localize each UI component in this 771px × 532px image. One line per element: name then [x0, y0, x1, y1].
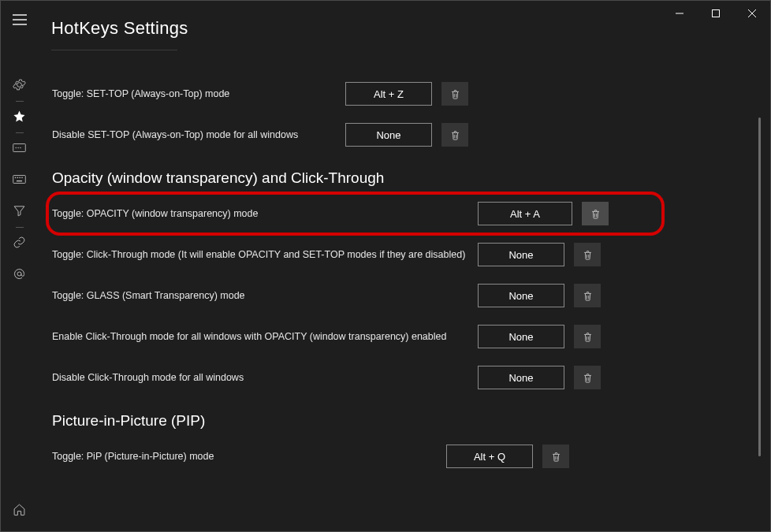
section-opacity: Toggle: OPACITY (window transparency) mo… — [52, 193, 747, 398]
hotkey-row: Toggle: PiP (Picture-in-Picture) mode Al… — [52, 436, 747, 477]
hotkey-row: Disable SET-TOP (Always-on-Top) mode for… — [52, 114, 747, 155]
maximize-button[interactable] — [698, 1, 734, 26]
svg-rect-7 — [13, 143, 26, 151]
filter-icon — [13, 204, 26, 218]
hotkey-button[interactable]: None — [478, 284, 564, 307]
scrollbar[interactable] — [758, 117, 761, 456]
card-icon — [13, 141, 26, 154]
svg-point-17 — [17, 272, 21, 276]
trash-icon — [449, 87, 461, 101]
svg-rect-13 — [17, 177, 18, 177]
hotkey-label: Toggle: Click-Through mode (It will enab… — [52, 249, 465, 260]
trash-icon — [582, 289, 594, 303]
hotkey-button[interactable]: None — [345, 123, 432, 147]
hotkey-label: Enable Click-Through mode for all window… — [52, 331, 446, 342]
svg-point-8 — [16, 147, 17, 147]
hotkey-row: Enable Click-Through mode for all window… — [52, 316, 747, 357]
trash-icon — [582, 248, 594, 262]
minimize-icon — [676, 9, 683, 17]
svg-rect-15 — [21, 177, 22, 177]
gear-icon — [13, 78, 26, 91]
delete-button[interactable] — [582, 202, 609, 225]
sidebar-item-keyboard[interactable] — [1, 163, 38, 195]
hotkey-button[interactable]: None — [478, 325, 564, 348]
svg-rect-16 — [17, 180, 22, 180]
trash-icon — [590, 207, 602, 221]
hotkey-row: Toggle: GLASS (Smart Transparency) mode … — [52, 275, 747, 316]
hotkey-label: Toggle: GLASS (Smart Transparency) mode — [52, 290, 245, 301]
hotkey-row: Toggle: OPACITY (window transparency) mo… — [52, 193, 747, 234]
trash-icon — [449, 128, 461, 142]
svg-point-9 — [17, 147, 18, 147]
svg-point-10 — [20, 147, 20, 147]
hamburger-icon — [13, 14, 27, 25]
section-title-opacity: Opacity (window transparency) and Click-… — [52, 169, 747, 187]
svg-rect-11 — [13, 175, 26, 183]
svg-rect-14 — [20, 177, 20, 177]
hotkey-button[interactable]: Alt + A — [478, 202, 572, 225]
trash-icon — [550, 450, 562, 463]
keyboard-icon — [13, 173, 26, 186]
hotkey-label: Toggle: PiP (Picture-in-Picture) mode — [52, 451, 214, 462]
window-controls — [661, 1, 770, 26]
section-pip: Toggle: PiP (Picture-in-Picture) mode Al… — [52, 436, 747, 477]
hotkey-label: Toggle: SET-TOP (Always-on-Top) mode — [52, 88, 229, 99]
delete-button[interactable] — [441, 123, 468, 147]
hotkey-label: Disable SET-TOP (Always-on-Top) mode for… — [52, 129, 298, 140]
sidebar-item-at[interactable] — [1, 258, 38, 289]
content-area: Toggle: SET-TOP (Always-on-Top) mode Alt… — [38, 42, 770, 531]
close-button[interactable] — [734, 1, 770, 26]
hotkey-row: Toggle: Click-Through mode (It will enab… — [52, 234, 747, 275]
trash-icon — [582, 330, 594, 344]
delete-button[interactable] — [441, 82, 468, 106]
svg-rect-4 — [713, 10, 720, 17]
delete-button[interactable] — [574, 243, 601, 266]
hotkey-button[interactable]: Alt + Z — [345, 82, 432, 106]
link-icon — [13, 236, 26, 249]
title-bar: HotKeys Settings — [1, 1, 770, 42]
hotkey-button[interactable]: Alt + Q — [446, 445, 533, 468]
highlighted-row: Toggle: OPACITY (window transparency) mo… — [52, 193, 747, 234]
hotkey-label: Disable Click-Through mode for all windo… — [52, 372, 244, 383]
sidebar-item-card[interactable] — [1, 132, 38, 163]
sidebar-item-favorites[interactable] — [1, 100, 38, 132]
hotkey-label: Toggle: OPACITY (window transparency) mo… — [52, 208, 258, 219]
sidebar-item-home[interactable] — [1, 493, 38, 525]
delete-button[interactable] — [574, 284, 601, 307]
hotkey-button[interactable]: None — [478, 243, 564, 266]
minimize-button[interactable] — [661, 1, 698, 26]
section-title-pip: Picture-in-Picture (PIP) — [52, 412, 747, 430]
svg-rect-12 — [15, 177, 16, 177]
delete-button[interactable] — [574, 366, 601, 389]
app-window: HotKeys Settings — [0, 0, 771, 532]
star-icon — [13, 110, 26, 123]
sidebar — [1, 42, 38, 531]
delete-button[interactable] — [542, 445, 569, 468]
hotkey-row: Disable Click-Through mode for all windo… — [52, 357, 747, 398]
home-icon — [13, 503, 26, 516]
at-icon — [13, 267, 26, 281]
close-icon — [748, 9, 756, 17]
menu-button[interactable] — [1, 1, 38, 38]
hotkey-row: Toggle: SET-TOP (Always-on-Top) mode Alt… — [52, 73, 747, 114]
hotkey-button[interactable]: None — [478, 366, 564, 389]
trash-icon — [582, 371, 594, 385]
sidebar-item-link[interactable] — [1, 226, 38, 258]
section-settop: Toggle: SET-TOP (Always-on-Top) mode Alt… — [52, 73, 747, 155]
delete-button[interactable] — [574, 325, 601, 348]
sidebar-item-settings[interactable] — [1, 69, 38, 100]
body: Toggle: SET-TOP (Always-on-Top) mode Alt… — [1, 42, 770, 531]
maximize-icon — [712, 9, 720, 17]
sidebar-item-filter[interactable] — [1, 195, 38, 226]
page-title: HotKeys Settings — [51, 18, 188, 39]
